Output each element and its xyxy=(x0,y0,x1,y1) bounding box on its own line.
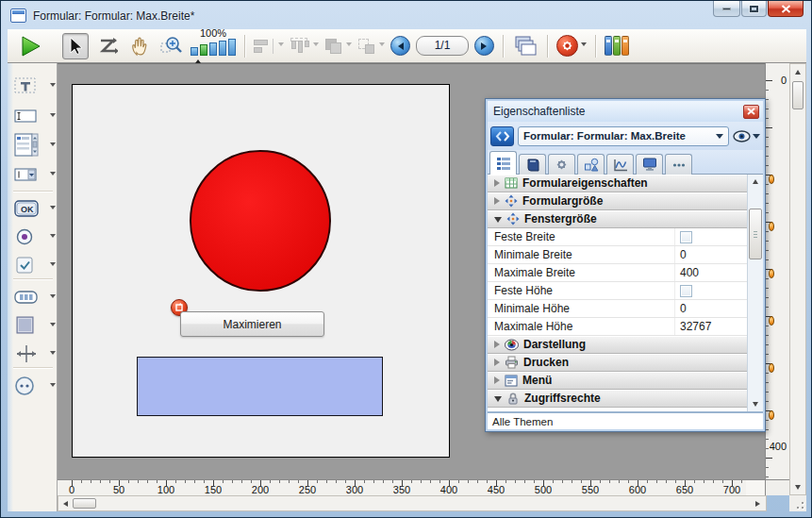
chevron-down-icon xyxy=(50,172,56,178)
scroll-right-button[interactable] xyxy=(751,496,764,510)
zoom-bars[interactable] xyxy=(191,39,236,56)
label-tool-button[interactable] xyxy=(14,75,56,97)
zoom-level-widget[interactable]: 100% xyxy=(191,28,236,63)
code-view-button[interactable] xyxy=(490,126,514,146)
ruler-marker xyxy=(769,269,774,278)
zoom-bar[interactable] xyxy=(228,39,236,56)
scroll-down-button[interactable] xyxy=(748,397,763,411)
object-selector-combobox[interactable]: Formular: Formular: Max.Breite xyxy=(518,126,729,146)
restore-button[interactable] xyxy=(741,1,767,17)
next-page-button[interactable] xyxy=(474,36,494,56)
prop-row-minimale-hoehe: Minimale Höhe 0 xyxy=(488,300,747,318)
visibility-filter-button[interactable] xyxy=(733,130,760,142)
prop-group-darstellung[interactable]: Darstellung xyxy=(488,336,763,354)
horizontal-scrollbar[interactable] xyxy=(58,495,767,511)
button-tool-button[interactable]: OK xyxy=(14,197,56,220)
zoom-bar[interactable] xyxy=(209,42,217,56)
maximieren-button[interactable]: Maximieren xyxy=(180,311,324,337)
tab-order-tool-button[interactable] xyxy=(94,33,121,59)
prop-value[interactable]: 400 xyxy=(674,264,747,281)
ruler-marker xyxy=(769,410,774,420)
property-grid-scrollbar[interactable] xyxy=(747,175,763,411)
feste-breite-checkbox[interactable] xyxy=(680,231,692,243)
pages-icon xyxy=(513,35,538,58)
select-tool-button[interactable] xyxy=(62,33,89,59)
prop-row-feste-breite: Feste Breite xyxy=(488,228,747,246)
textfield-icon xyxy=(14,108,39,125)
pages-overview-button[interactable] xyxy=(512,33,539,59)
splitter-tool-button[interactable] xyxy=(14,343,56,365)
listbox-tool-button[interactable] xyxy=(14,131,56,159)
tab-objects[interactable] xyxy=(577,154,605,175)
zoom-bar[interactable] xyxy=(219,41,226,56)
scroll-down-button[interactable] xyxy=(790,479,805,494)
close-button[interactable] xyxy=(768,1,804,17)
tab-curves[interactable] xyxy=(606,154,634,175)
zoom-tool-button[interactable] xyxy=(158,33,185,59)
radio-tool-button[interactable] xyxy=(14,226,56,248)
radio-icon xyxy=(14,227,37,246)
prop-group-fenstergroesse[interactable]: Fenstergröße xyxy=(488,210,763,228)
chevron-down-icon xyxy=(581,42,587,49)
toolbar-tool-button[interactable] xyxy=(14,286,56,309)
gear-icon xyxy=(560,39,574,53)
resize-grip[interactable] xyxy=(789,495,806,511)
maximieren-button-label: Maximieren xyxy=(223,318,281,331)
page-indicator[interactable]: 1/1 xyxy=(416,36,469,56)
prop-group-zugriffsrechte[interactable]: Zugriffsrechte xyxy=(488,390,763,408)
ruler-label: 500 xyxy=(529,484,557,495)
titlebar[interactable]: Formular: Formular: Max.Breite* xyxy=(3,2,811,29)
pan-tool-button[interactable] xyxy=(126,33,153,59)
scroll-up-button[interactable] xyxy=(790,64,805,79)
ruler-label: 100 xyxy=(152,484,180,495)
scroll-up-button[interactable] xyxy=(748,175,763,189)
prop-group-drucken[interactable]: Drucken xyxy=(488,354,763,372)
settings-button[interactable] xyxy=(556,35,587,57)
prop-value[interactable]: 0 xyxy=(674,246,747,263)
combobox-tool-button[interactable] xyxy=(14,163,56,186)
prop-group-menue[interactable]: Menü xyxy=(488,372,763,390)
chevron-right-icon xyxy=(494,359,500,366)
theme-filter-bar[interactable]: Alle Themen xyxy=(488,411,763,429)
textfield-tool-button[interactable] xyxy=(14,105,56,127)
minimize-button[interactable] xyxy=(713,1,740,17)
zoom-bar[interactable] xyxy=(191,47,198,56)
monitor-icon xyxy=(642,158,657,172)
previous-page-button[interactable] xyxy=(390,36,410,56)
ruler-label: 250 xyxy=(293,484,322,495)
ruler-label: 300 xyxy=(340,484,369,495)
red-circle-shape[interactable] xyxy=(190,150,331,292)
horizontal-scroll-thumb[interactable] xyxy=(73,498,96,509)
feste-hoehe-checkbox[interactable] xyxy=(680,285,692,297)
horizontal-ruler: 0501001502002503003504004505005506006507… xyxy=(58,479,746,495)
socket-tool-button[interactable] xyxy=(14,375,56,397)
arrow-up-icon xyxy=(753,176,758,184)
grid-scroll-thumb[interactable] xyxy=(749,209,762,259)
prop-value[interactable]: 0 xyxy=(674,300,747,317)
panel-close-button[interactable] xyxy=(743,105,759,119)
tab-documentation[interactable] xyxy=(519,154,546,175)
prop-value[interactable]: 32767 xyxy=(674,318,747,335)
ruler-label: 50 xyxy=(105,484,133,495)
panel-tool-button[interactable] xyxy=(14,314,56,337)
run-button[interactable] xyxy=(17,33,43,59)
tab-more[interactable] xyxy=(665,154,692,175)
library-button[interactable] xyxy=(605,36,629,56)
zoom-bar-current[interactable] xyxy=(200,44,207,56)
form-canvas[interactable]: Maximieren xyxy=(72,84,450,458)
vertical-scroll-thumb[interactable] xyxy=(792,81,804,109)
socket-icon xyxy=(14,376,37,396)
checkbox-tool-button[interactable] xyxy=(14,254,56,276)
tab-settings[interactable] xyxy=(548,154,575,175)
vertical-scrollbar[interactable] xyxy=(789,63,806,495)
prop-group-formulareigenschaften[interactable]: Formulareigenschaften xyxy=(488,175,763,192)
properties-panel-titlebar[interactable]: Eigenschaftenliste xyxy=(488,101,763,122)
prop-row-maximale-hoehe: Maximale Höhe 32767 xyxy=(488,318,747,336)
prop-group-formulargroesse[interactable]: Formulargröße xyxy=(488,192,763,210)
scroll-left-button[interactable] xyxy=(58,496,72,510)
blue-rectangle-shape[interactable] xyxy=(137,357,383,416)
tab-display[interactable] xyxy=(636,154,663,175)
prop-row-feste-hoehe: Feste Höhe xyxy=(488,282,747,300)
zoom-level-label: 100% xyxy=(200,28,226,39)
tab-properties[interactable] xyxy=(489,151,517,175)
